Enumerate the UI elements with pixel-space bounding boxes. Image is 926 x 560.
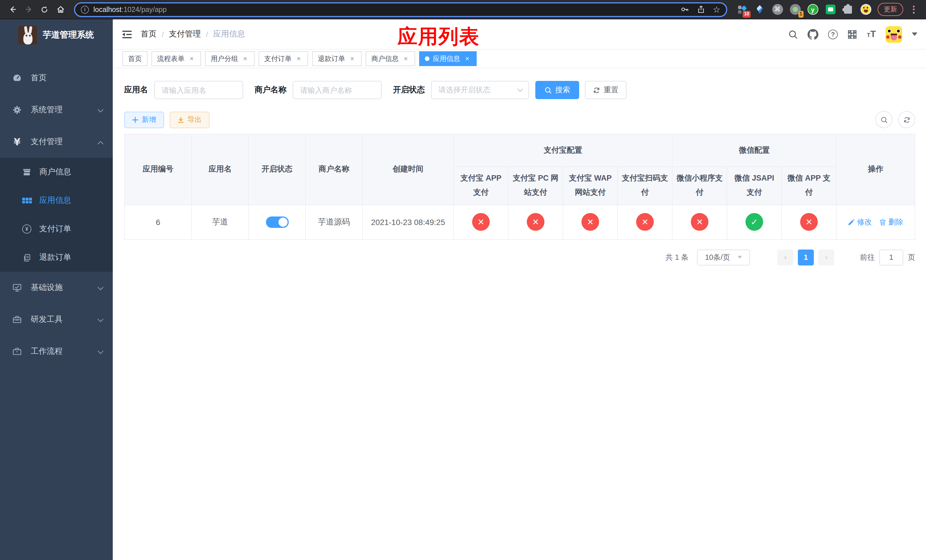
goto-prefix: 前往 [860, 252, 875, 263]
tab-pay-order[interactable]: 支付订单 [259, 51, 308, 66]
url-text: localhost:1024/pay/app [94, 5, 166, 14]
site-info-icon[interactable]: i [81, 5, 89, 14]
status-toggle[interactable] [266, 216, 289, 228]
sidebar-item-refund-order[interactable]: 退款订单 [0, 243, 113, 272]
status-select[interactable]: 请选择开启状态 [431, 81, 529, 99]
sidebar-item-home[interactable]: 首页 [0, 62, 113, 94]
cell-app-id: 6 [124, 205, 192, 239]
y-extension-icon[interactable]: y [807, 4, 819, 15]
kite-extension-icon[interactable] [754, 4, 766, 15]
refresh-table-button[interactable] [898, 111, 915, 128]
alipay-app-status-icon [472, 213, 490, 231]
sidebar-item-pay-order[interactable]: ¥ 支付订单 [0, 215, 113, 243]
tab-close-icon[interactable] [348, 55, 356, 62]
address-bar[interactable]: i localhost:1024/pay/app ☆ [74, 2, 727, 17]
delete-link[interactable]: 删除 [879, 217, 903, 227]
active-tab-dot [425, 56, 430, 61]
screen: i localhost:1024/pay/app ☆ 10 ⌘ 1 y [0, 0, 926, 560]
chevron-down-icon [97, 105, 104, 115]
breadcrumb-payment[interactable]: 支付管理 [169, 29, 201, 39]
forward-icon [24, 5, 33, 14]
add-button[interactable]: 新增 [124, 111, 164, 128]
sidebar-item-infrastructure[interactable]: 基础设施 [0, 272, 113, 304]
total-count: 共 1 条 [666, 252, 688, 263]
app-logo[interactable]: 芋道管理系统 [0, 20, 113, 51]
merchant-name-input[interactable] [293, 81, 381, 99]
browser-reload-button[interactable] [38, 3, 51, 16]
yen-icon: ¥ [12, 136, 22, 148]
proxy-extension-icon[interactable]: 1 [789, 4, 801, 15]
profile-avatar[interactable] [860, 4, 872, 15]
tab-close-icon[interactable] [402, 55, 410, 62]
app-name-input[interactable] [154, 81, 243, 99]
cell-created: 2021-10-23 08:49:25 [363, 205, 454, 239]
tab-close-icon[interactable] [242, 55, 249, 62]
search-button[interactable]: 搜索 [535, 81, 579, 99]
header-actions: ? TT [788, 26, 917, 42]
fullscreen-icon[interactable] [847, 29, 857, 39]
col-alipay-pc: 支付宝 PC 网站支付 [508, 166, 563, 205]
tab-close-icon[interactable] [464, 55, 471, 62]
sidebar-item-system[interactable]: 系统管理 [0, 94, 113, 126]
refresh-icon [593, 86, 600, 94]
search-icon[interactable] [788, 29, 798, 39]
goto-page-input[interactable] [879, 250, 903, 265]
col-status: 开启状态 [248, 134, 306, 205]
sidebar-item-app-info[interactable]: 应用信息 [0, 186, 113, 215]
cell-app-name: 芋道 [192, 205, 248, 239]
main-area: 首页 / 支付管理 / 应用信息 应用列表 ? [113, 20, 926, 560]
page-number-1[interactable]: 1 [798, 250, 814, 265]
extension-badge: 10 [743, 11, 750, 17]
sidebar-item-payment[interactable]: ¥ 支付管理 [0, 126, 113, 158]
avatar-dropdown-caret[interactable] [912, 32, 917, 39]
chrome-update-button[interactable]: 更新 [878, 3, 903, 16]
tab-app-info[interactable]: 应用信息 [419, 51, 477, 66]
cell-merchant: 芋道源码 [306, 205, 363, 239]
breadcrumb-home[interactable]: 首页 [141, 29, 157, 39]
edit-link[interactable]: 修改 [848, 217, 872, 227]
share-icon[interactable] [697, 5, 705, 14]
browser-back-button[interactable] [6, 3, 20, 16]
sidebar-menu: 首页 系统管理 ¥ 支付管理 [0, 62, 113, 368]
page-size-select[interactable]: 10条/页 [697, 250, 750, 265]
merchant-name-label: 商户名称 [254, 85, 286, 95]
extensions-puzzle-icon[interactable] [842, 4, 854, 15]
tab-user-group[interactable]: 用户分组 [205, 51, 254, 66]
dashboard-icon [12, 74, 22, 83]
sidebar-item-devtools[interactable]: 研发工具 [0, 304, 113, 336]
col-alipay-wap: 支付宝 WAP 网站支付 [563, 166, 617, 205]
chat-extension-icon[interactable] [825, 4, 836, 15]
tab-close-icon[interactable] [188, 55, 195, 62]
prev-page-button[interactable]: ‹ [777, 250, 793, 265]
tab-merchant-info[interactable]: 商户信息 [366, 51, 415, 66]
extension-badge: 1 [798, 11, 803, 17]
tab-home[interactable]: 首页 [123, 51, 147, 66]
tab-close-icon[interactable] [295, 55, 303, 62]
chevron-down-icon [97, 347, 104, 356]
alipay-pc-status-icon [527, 213, 545, 231]
grid-extension-icon[interactable]: 10 [736, 4, 748, 15]
browser-toolbar: i localhost:1024/pay/app ☆ 10 ⌘ 1 y [0, 0, 926, 20]
extensions-area: 10 ⌘ 1 y 更新 [734, 3, 920, 16]
sidebar-item-merchant-info[interactable]: 商户信息 [0, 158, 113, 186]
browser-forward-button[interactable] [22, 3, 35, 16]
github-icon[interactable] [808, 29, 819, 39]
sidebar-item-workflow[interactable]: 工作流程 [0, 336, 113, 368]
browser-home-button[interactable] [53, 3, 67, 16]
user-avatar[interactable] [885, 26, 902, 42]
logo-rabbit-image [18, 26, 37, 44]
next-page-button[interactable]: › [819, 250, 834, 265]
tab-refund-order[interactable]: 退款订单 [312, 51, 362, 66]
browser-menu-icon[interactable] [909, 5, 918, 14]
chevron-down-icon [517, 88, 524, 92]
help-icon[interactable]: ? [828, 29, 838, 39]
font-size-icon[interactable]: TT [867, 30, 876, 39]
toggle-search-button[interactable] [875, 111, 893, 128]
reset-button[interactable]: 重置 [585, 81, 626, 99]
export-button[interactable]: 导出 [170, 111, 210, 128]
tab-process-form[interactable]: 流程表单 [151, 51, 201, 66]
command-extension-icon[interactable]: ⌘ [772, 4, 783, 15]
sidebar-collapse-icon[interactable] [121, 29, 133, 39]
bookmark-star-icon[interactable]: ☆ [713, 5, 720, 14]
password-key-icon[interactable] [680, 5, 689, 14]
